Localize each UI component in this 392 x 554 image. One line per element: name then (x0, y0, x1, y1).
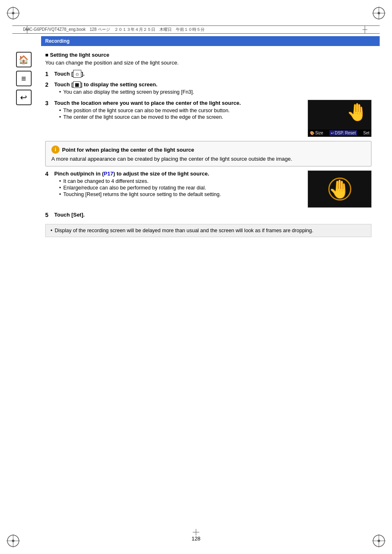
info-box-text: A more natural appearance can be created… (51, 156, 365, 162)
step-2-number: 2 (45, 81, 54, 88)
corner-mark-bl (5, 533, 21, 549)
step-4-bullet-3: Touching [Reset] returns the light sourc… (59, 192, 303, 197)
step3-set-label: Set (363, 131, 369, 135)
sidebar-back-icon[interactable]: ↩ (16, 90, 32, 105)
svg-point-11 (12, 540, 14, 542)
step-2-bullet-1: You can also display the setting screen … (59, 89, 371, 95)
note-box-text: Display of the recording screen will be … (51, 228, 366, 233)
step-2-content: Touch [▦] to display the setting screen.… (54, 81, 371, 96)
step-3-image: 🤚 🎨 Size ↩ DSP. Reset Set (308, 100, 371, 137)
step-5: 5 Touch [Set]. (45, 212, 371, 218)
recording-tab-label: Recording (45, 38, 69, 44)
step-1-number: 1 (45, 71, 54, 77)
svg-point-15 (378, 540, 380, 542)
recording-tab: Recording (41, 36, 380, 46)
corner-mark-tl (5, 5, 21, 21)
step-1: 1 Touch [☼]. (45, 71, 371, 77)
step-4-content: Pinch out/pinch in (P17) to adjust the s… (54, 171, 371, 208)
section-heading: Setting the light source (45, 52, 371, 58)
step-4-number: 4 (45, 171, 54, 177)
svg-point-3 (12, 12, 14, 14)
sidebar: 🏠 ≡ ↩ (12, 48, 35, 105)
step3-dsp-reset-label: ↩ DSP. Reset (330, 130, 357, 136)
step-1-content: Touch [☼]. (54, 71, 371, 77)
corner-mark-br (371, 533, 387, 549)
step-3: 3 Touch the location where you want to p… (45, 100, 371, 137)
sidebar-menu-icon[interactable]: ≡ (16, 71, 32, 86)
info-box: i Point for when placing the center of t… (45, 141, 371, 166)
sidebar-home-icon[interactable]: 🏠 (16, 52, 32, 67)
main-content: Setting the light source You can change … (41, 46, 376, 521)
note-box: Display of the recording screen will be … (45, 224, 371, 237)
corner-mark-tr (371, 5, 387, 21)
info-icon: i (51, 145, 60, 154)
step-2: 2 Touch [▦] to display the setting scree… (45, 81, 371, 96)
step-5-number: 5 (45, 212, 54, 218)
step-3-content: Touch the location where you want to pla… (54, 100, 371, 137)
header-text: DMC-G6PDF/VQT4Z78_eng.book 128 ページ ２０１３年… (15, 27, 205, 32)
step-4-bullet-1: It can be changed to 4 different sizes. (59, 178, 303, 184)
svg-point-7 (378, 12, 380, 14)
step-4: 4 Pinch out/pinch in (P17) to adjust the… (45, 171, 371, 208)
header-line: DMC-G6PDF/VQT4Z78_eng.book 128 ページ ２０１３年… (12, 25, 380, 34)
step-4-image: 🤚 (308, 171, 371, 208)
section-description: You can change the position and size of … (45, 60, 371, 66)
step-3-bullet-2: The center of the light source can be mo… (59, 114, 303, 120)
step-3-bullet-1: The position of the light source can als… (59, 108, 303, 113)
step-5-content: Touch [Set]. (54, 212, 371, 218)
step-4-bullet-2: Enlarge/reduce can also be performed by … (59, 185, 303, 191)
info-box-title: i Point for when placing the center of t… (51, 145, 365, 154)
cross-bottom (193, 529, 199, 537)
step-3-number: 3 (45, 100, 54, 106)
step3-size-label: 🎨 Size (310, 131, 323, 135)
